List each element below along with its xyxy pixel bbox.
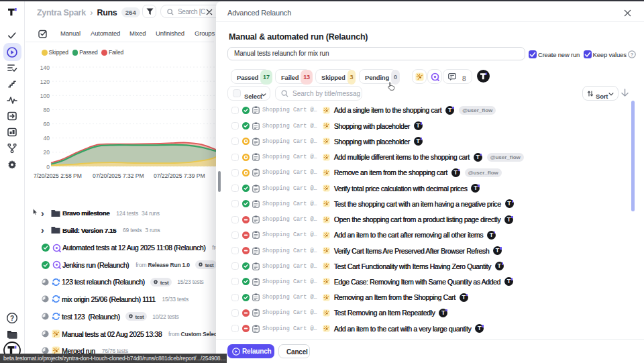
svg-text:140: 140	[40, 64, 50, 71]
svg-text:20: 20	[44, 149, 50, 156]
svg-text:0: 0	[46, 164, 50, 170]
svg-text:60: 60	[44, 121, 50, 127]
svg-text:40: 40	[44, 135, 50, 142]
svg-text:120: 120	[40, 79, 50, 85]
svg-text:07/22/2025 7:39 PM: 07/22/2025 7:39 PM	[154, 172, 205, 179]
svg-text:?: ?	[10, 315, 14, 322]
svg-text:?: ?	[631, 52, 634, 58]
svg-text:07/20/2025 7:32 PM: 07/20/2025 7:32 PM	[93, 172, 144, 179]
svg-text:80: 80	[44, 107, 50, 113]
svg-text:100: 100	[40, 93, 50, 99]
svg-text:7/20/2025 2:58 PM: 7/20/2025 2:58 PM	[34, 172, 82, 179]
